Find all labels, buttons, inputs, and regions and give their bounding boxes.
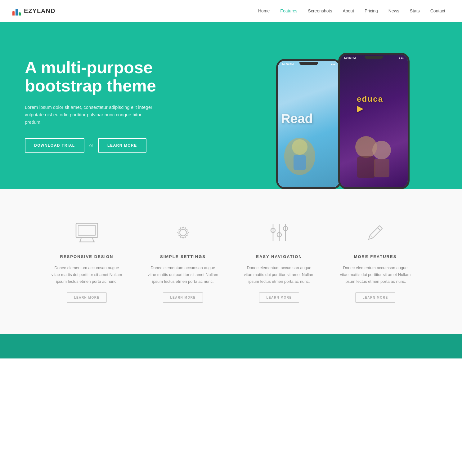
feature-title-navigation: EASY NAVIGATION [244, 254, 315, 259]
navbar: EZYLAND Home Features Screenshots About … [0, 0, 462, 22]
hero-image-area: 14:06 PM ●●● Read 14:06 PM [214, 22, 462, 189]
nav-home[interactable]: Home [254, 6, 274, 16]
phone-left: 14:06 PM ●●● Read [276, 59, 341, 189]
pencil-svg [363, 222, 388, 243]
monitor-svg [74, 222, 99, 243]
nav-about[interactable]: About [338, 6, 358, 16]
nav-links: Home Features Screenshots About Pricing … [254, 8, 450, 14]
monitor-icon [73, 220, 101, 245]
svg-rect-2 [294, 155, 306, 170]
feature-card-responsive: RESPONSIVE DESIGN Donec elementum accums… [45, 214, 129, 309]
feature-card-settings: SIMPLE SETTINGS Donec elementum accumsan… [141, 214, 225, 309]
hero-content: A multi-purpose bootstrap theme Lorem ip… [25, 58, 180, 153]
hero-subtitle: Lorem ipsum dolor sit amet, consectetur … [25, 104, 155, 126]
svg-line-19 [378, 228, 380, 230]
feature-title-more: MORE FEATURES [340, 254, 411, 259]
brand-name: EZYLAND [24, 7, 55, 15]
svg-line-9 [92, 238, 94, 242]
feature-desc-settings: Donec elementum accumsan augue vitae mat… [147, 265, 219, 285]
hero-section: A multi-purpose bootstrap theme Lorem ip… [0, 22, 462, 189]
gear-svg [171, 222, 195, 243]
nav-screenshots[interactable]: Screenshots [304, 6, 337, 16]
feature-desc-responsive: Donec elementum accumsan augue vitae mat… [51, 265, 123, 285]
feature-card-navigation: EASY NAVIGATION Donec elementum accumsan… [237, 214, 321, 309]
features-grid: RESPONSIVE DESIGN Donec elementum accums… [45, 214, 417, 309]
svg-rect-6 [374, 159, 389, 177]
hero-or-text: or [89, 143, 93, 148]
phone-right-educa-text: educa ▶ [357, 94, 391, 113]
feature-btn-settings[interactable]: LEARN MORE [163, 292, 203, 303]
svg-line-8 [80, 238, 81, 242]
svg-rect-4 [357, 156, 375, 178]
phone-right-screen: educa ▶ [340, 55, 408, 187]
feature-title-responsive: RESPONSIVE DESIGN [51, 254, 123, 259]
hero-title: A multi-purpose bootstrap theme [25, 58, 180, 95]
hero-buttons: DOWNLOAD TRIAL or LEARN MORE [25, 138, 180, 153]
phone-left-illustration [281, 131, 318, 181]
feature-title-settings: SIMPLE SETTINGS [147, 254, 219, 259]
phone-right: 14:06 PM ●●● educa ▶ [338, 53, 410, 189]
download-trial-button[interactable]: DOWNLOAD TRIAL [25, 138, 84, 153]
phone-right-status: 14:06 PM ●●● [340, 56, 408, 60]
svg-line-20 [370, 235, 373, 238]
feature-btn-navigation[interactable]: LEARN MORE [259, 292, 299, 303]
phone-left-screen: Read [278, 61, 339, 187]
phone-right-illustration [351, 128, 397, 184]
feature-desc-navigation: Donec elementum accumsan augue vitae mat… [244, 265, 315, 285]
feature-btn-responsive[interactable]: LEARN MORE [67, 292, 106, 303]
nav-news[interactable]: News [384, 6, 404, 16]
phones-mockup: 14:06 PM ●●● Read 14:06 PM [267, 28, 416, 189]
svg-rect-11 [78, 225, 96, 235]
nav-contact[interactable]: Contact [426, 6, 450, 16]
phone-left-status: 14:06 PM ●●● [278, 63, 339, 66]
sliders-svg [267, 222, 292, 243]
features-section: RESPONSIVE DESIGN Donec elementum accums… [0, 189, 462, 334]
feature-card-more: MORE FEATURES Donec elementum accumsan a… [334, 214, 417, 309]
pencil-icon [361, 220, 389, 245]
sliders-icon [265, 220, 293, 245]
gear-icon [169, 220, 197, 245]
svg-point-1 [292, 139, 307, 155]
feature-btn-more[interactable]: LEARN MORE [355, 292, 395, 303]
svg-point-12 [180, 229, 186, 236]
brand-logo[interactable]: EZYLAND [12, 6, 55, 16]
bottom-band [0, 334, 462, 358]
nav-features[interactable]: Features [276, 6, 302, 16]
brand-icon [12, 6, 21, 16]
svg-point-5 [372, 141, 391, 159]
feature-desc-more: Donec elementum accumsan augue vitae mat… [340, 265, 411, 285]
phone-left-read-text: Read [281, 111, 313, 126]
nav-stats[interactable]: Stats [406, 6, 424, 16]
nav-pricing[interactable]: Pricing [360, 6, 382, 16]
learn-more-button[interactable]: LEARN MORE [98, 138, 146, 153]
